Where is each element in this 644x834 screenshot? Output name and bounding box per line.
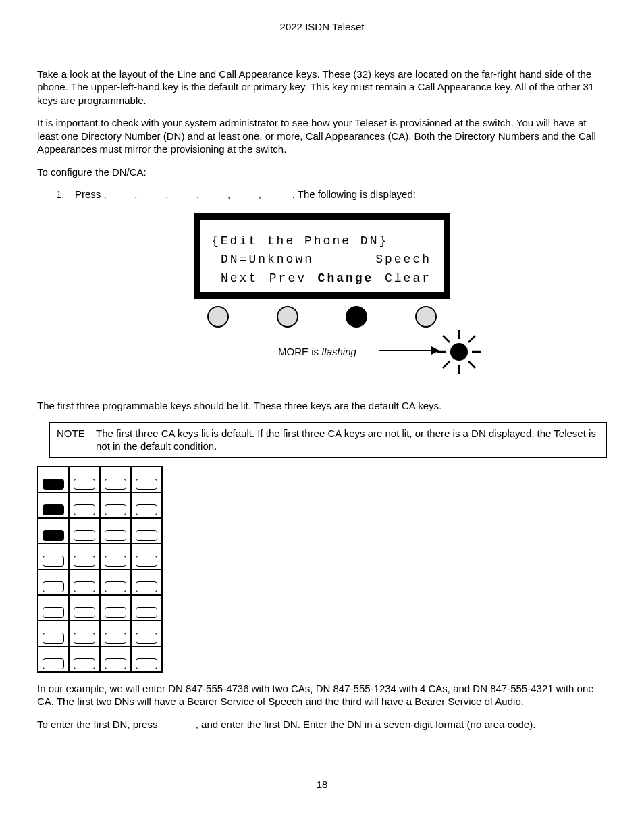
- line-key[interactable]: [43, 504, 64, 515]
- key-cell: [100, 544, 131, 569]
- line-key[interactable]: [105, 504, 126, 515]
- line-key[interactable]: [136, 479, 157, 490]
- key-cell: [100, 569, 131, 595]
- paragraph-intro-1: Take a look at the layout of the Line an…: [37, 68, 607, 107]
- key-cell: [131, 492, 162, 518]
- line-key[interactable]: [43, 607, 64, 618]
- line-key[interactable]: [136, 581, 157, 592]
- arrow-shaft: [379, 350, 433, 351]
- line-key[interactable]: [136, 556, 157, 567]
- line-key[interactable]: [43, 479, 64, 490]
- step-1-press: Press: [75, 188, 101, 200]
- key-cell: [69, 569, 100, 595]
- step-1-number: 1.: [56, 188, 75, 201]
- key-cell: [131, 569, 162, 595]
- paragraph-lit-keys: The first three programmable keys should…: [37, 399, 607, 413]
- key-cell: [131, 595, 162, 621]
- line-key[interactable]: [74, 504, 95, 515]
- key-cell: [100, 621, 131, 646]
- line-key[interactable]: [43, 658, 64, 669]
- paragraph-configure: To configure the DN/CA:: [37, 165, 607, 179]
- line-key[interactable]: [105, 658, 126, 669]
- key-cell: [131, 621, 162, 646]
- step-1: 1. Press , , , , , , . The following is …: [56, 188, 607, 201]
- key-cell: [131, 467, 162, 492]
- key-cell: [100, 492, 131, 518]
- line-key[interactable]: [136, 633, 157, 644]
- lcd-bearer: Speech: [375, 251, 431, 269]
- softkey-row: [194, 299, 450, 328]
- line-key[interactable]: [105, 530, 126, 541]
- line-key[interactable]: [74, 633, 95, 644]
- step-1-tail: . The following is displayed:: [292, 188, 416, 200]
- line-key[interactable]: [74, 607, 95, 618]
- softkey-button-2[interactable]: [277, 306, 298, 328]
- key-cell: [38, 518, 69, 544]
- line-key[interactable]: [136, 530, 157, 541]
- page-header: 2022 ISDN Teleset: [37, 20, 607, 34]
- line-key[interactable]: [136, 607, 157, 618]
- line-key[interactable]: [136, 504, 157, 515]
- key-cell: [38, 621, 69, 646]
- line-key[interactable]: [105, 479, 126, 490]
- line-key[interactable]: [74, 556, 95, 567]
- key-cell: [38, 492, 69, 518]
- softkey-label-clear: Clear: [385, 269, 431, 288]
- line-key[interactable]: [105, 581, 126, 592]
- line-key[interactable]: [43, 530, 64, 541]
- key-cell: [131, 518, 162, 544]
- key-cell: [100, 518, 131, 544]
- key-cell: [69, 595, 100, 621]
- key-cell: [38, 544, 69, 569]
- softkey-label-prev: Prev: [269, 269, 306, 288]
- paragraph-enter-first-dn: To enter the first DN, press , and enter…: [37, 718, 607, 731]
- svg-line-8: [468, 336, 475, 342]
- lcd-dn-value: DN=Unknown: [221, 251, 314, 269]
- line-key[interactable]: [43, 556, 64, 567]
- line-key[interactable]: [136, 658, 157, 669]
- line-key[interactable]: [43, 633, 64, 644]
- softkey-label-change: Change: [318, 269, 374, 288]
- key-cell: [131, 646, 162, 672]
- softkey-button-1[interactable]: [207, 306, 229, 328]
- line-key[interactable]: [105, 633, 126, 644]
- softkey-button-3[interactable]: [346, 306, 367, 328]
- line-key[interactable]: [43, 581, 64, 592]
- line-key[interactable]: [74, 658, 95, 669]
- line-key[interactable]: [74, 581, 95, 592]
- svg-point-0: [450, 343, 468, 361]
- line-key[interactable]: [105, 607, 126, 618]
- svg-line-6: [468, 361, 475, 368]
- key-cell: [100, 595, 131, 621]
- line-key[interactable]: [105, 556, 126, 567]
- lcd-line-1: {Edit the Phone DN}: [207, 232, 437, 251]
- note-box: NOTE The first three CA keys lit is defa…: [49, 422, 607, 458]
- paragraph-intro-2: It is important to check with your syste…: [37, 116, 607, 156]
- line-appearance-keypad: [37, 466, 163, 673]
- more-label-pre: MORE is: [278, 346, 321, 357]
- key-cell: [100, 467, 131, 492]
- more-flashing-indicator: MORE is flashing: [194, 332, 450, 379]
- key-cell: [38, 569, 69, 595]
- key-cell: [100, 646, 131, 672]
- svg-line-7: [443, 361, 450, 368]
- teleset-display: {Edit the Phone DN} DN=Unknown Speech Ne…: [194, 213, 450, 380]
- step-1-placeholders: , , , , , ,: [104, 188, 290, 200]
- line-key[interactable]: [74, 479, 95, 490]
- key-cell: [69, 544, 100, 569]
- note-text: The first three CA keys lit is default. …: [96, 427, 599, 453]
- key-cell: [69, 646, 100, 672]
- key-cell: [131, 544, 162, 569]
- lcd-screen: {Edit the Phone DN} DN=Unknown Speech Ne…: [194, 213, 450, 300]
- more-label-em: flashing: [321, 346, 356, 357]
- key-cell: [69, 492, 100, 518]
- softkey-button-4[interactable]: [415, 306, 437, 328]
- key-cell: [69, 467, 100, 492]
- paragraph-example: In our example, we will enter DN 847-555…: [37, 682, 607, 708]
- line-key[interactable]: [74, 530, 95, 541]
- softkey-label-next: Next: [221, 269, 258, 288]
- page-number: 18: [37, 778, 607, 791]
- key-cell: [38, 467, 69, 492]
- key-cell: [38, 646, 69, 672]
- key-cell: [69, 621, 100, 646]
